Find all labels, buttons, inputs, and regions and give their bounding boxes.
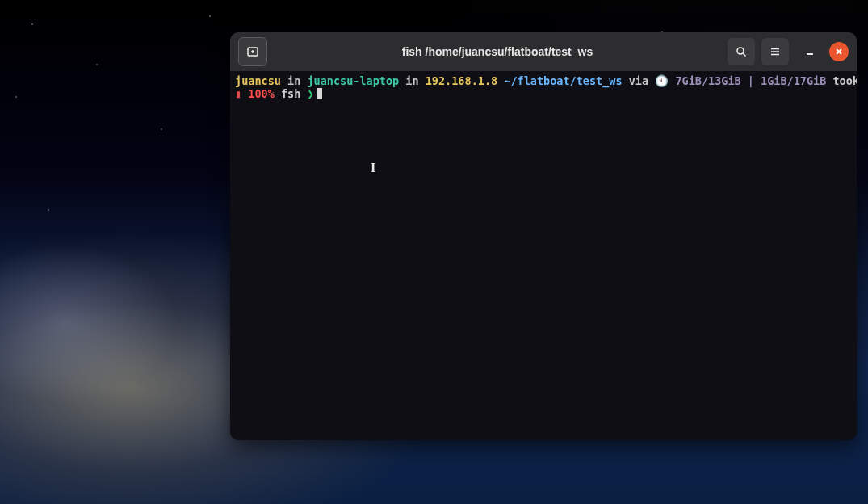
desktop-wallpaper: fish /home/juancsu/flatboat/test_ws xyxy=(0,0,868,504)
svg-line-4 xyxy=(743,53,746,57)
svg-point-3 xyxy=(737,48,744,54)
prompt-via: via xyxy=(623,74,656,87)
prompt-path: ~/flatboat/test_ws xyxy=(504,74,622,87)
terminal-body: juancsu in juancsu-laptop in 192.168.1.8… xyxy=(230,71,857,440)
prompt-char: ❯ xyxy=(307,87,313,100)
hamburger-icon xyxy=(769,45,782,58)
prompt-ip: 192.168.1.8 xyxy=(426,74,497,87)
close-button[interactable] xyxy=(829,42,849,61)
window-controls xyxy=(800,42,849,61)
prompt-user: juancsu xyxy=(235,74,281,87)
titlebar[interactable]: fish /home/juancsu/flatboat/test_ws xyxy=(230,32,857,71)
clock-icon: 🕙 xyxy=(655,74,675,87)
text-cursor xyxy=(317,88,322,99)
menu-button[interactable] xyxy=(761,38,789,65)
prompt-battery: 100% xyxy=(248,87,275,100)
search-button[interactable] xyxy=(728,38,755,65)
terminal-window: fish /home/juancsu/flatboat/test_ws xyxy=(230,32,857,440)
prompt-in1: in xyxy=(281,74,308,87)
minimize-icon xyxy=(805,47,815,57)
prompt-shell: fsh xyxy=(275,87,308,100)
new-tab-icon xyxy=(246,45,259,58)
prompt-host: juancsu-laptop xyxy=(307,74,399,87)
window-title: fish /home/juancsu/flatboat/test_ws xyxy=(274,45,721,58)
minimize-button[interactable] xyxy=(800,42,820,61)
battery-icon: ▮ xyxy=(235,87,248,100)
prompt-took: took xyxy=(826,74,857,87)
search-icon xyxy=(735,45,748,58)
close-icon xyxy=(834,47,844,57)
terminal-content[interactable]: juancsu in juancsu-laptop in 192.168.1.8… xyxy=(230,71,857,440)
mouse-ibeam-cursor: I xyxy=(371,162,375,174)
new-tab-button[interactable] xyxy=(238,37,267,66)
prompt-in2: in xyxy=(399,74,426,87)
prompt-mem: 7GiB/13GiB | 1GiB/17GiB xyxy=(675,74,826,87)
